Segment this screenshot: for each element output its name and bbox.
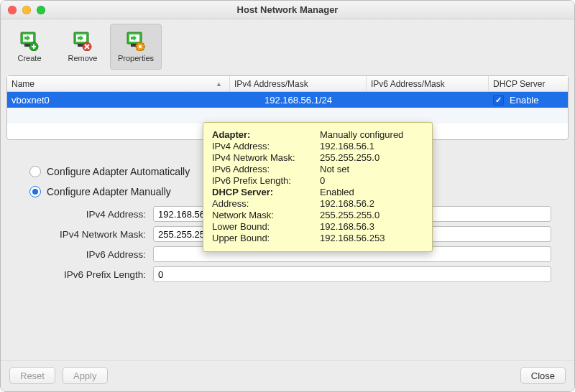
toolbar: Create Remove: [1, 19, 574, 73]
tt-key: IPv4 Address:: [212, 141, 320, 151]
radio-manual-label: Configure Adapter Manually: [47, 186, 171, 197]
ipv4-mask-label: IPv4 Network Mask:: [24, 229, 153, 240]
bottom-bar: Reset Apply Close: [1, 360, 574, 391]
radio-on-icon: [29, 186, 41, 197]
ipv4-address-label: IPv4 Address:: [24, 209, 153, 220]
tt-val: 255.255.255.0: [320, 210, 423, 220]
col-header-name[interactable]: Name ▲: [7, 76, 230, 91]
ipv6-address-label: IPv6 Address:: [24, 249, 153, 260]
create-button[interactable]: Create: [4, 24, 55, 70]
remove-label: Remove: [68, 54, 98, 62]
tt-key: Address:: [212, 198, 320, 209]
properties-label: Properties: [118, 54, 154, 62]
radio-auto-label: Configure Adapter Automatically: [47, 166, 190, 177]
adapter-tooltip: Adapter:Manually configured IPv4 Address…: [203, 122, 433, 252]
ipv6-prefix-length-label: IPv6 Prefix Length:: [24, 269, 153, 280]
tt-val: 0: [320, 175, 423, 186]
row-ipv6: [367, 92, 489, 108]
tt-val: Manually configured: [320, 129, 423, 140]
tt-val: 192.168.56.253: [320, 233, 423, 243]
col-header-ipv4[interactable]: IPv4 Address/Mask: [230, 76, 367, 91]
table-row[interactable]: vboxnet0 192.168.56.1/24 ✓ Enable: [7, 92, 568, 108]
tt-key: IPv6 Prefix Length:: [212, 175, 320, 186]
svg-point-12: [139, 45, 142, 48]
tt-val: 192.168.56.1: [320, 141, 423, 151]
col-header-name-label: Name: [12, 79, 34, 89]
window-title: Host Network Manager: [1, 4, 574, 15]
tt-key: Network Mask:: [212, 210, 320, 220]
network-adapter-add-icon: [18, 31, 41, 51]
tt-key: IPv6 Address:: [212, 164, 320, 174]
apply-button[interactable]: Apply: [63, 367, 108, 384]
ipv6-prefix-length-input[interactable]: [153, 266, 551, 282]
remove-button[interactable]: Remove: [57, 24, 109, 70]
tt-key: Lower Bound:: [212, 221, 320, 232]
col-header-ipv6[interactable]: IPv6 Address/Mask: [367, 76, 489, 91]
col-header-dhcp[interactable]: DHCP Server: [489, 76, 568, 91]
tt-val: 255.255.255.0: [320, 152, 423, 163]
dhcp-checkbox-icon[interactable]: ✓: [493, 95, 504, 106]
close-button[interactable]: Close: [520, 367, 566, 384]
tt-val: Not set: [320, 164, 423, 174]
dhcp-enable-label: Enable: [510, 95, 538, 106]
row-dhcp: ✓ Enable: [489, 92, 568, 108]
table-header: Name ▲ IPv4 Address/Mask IPv6 Address/Ma…: [7, 76, 568, 92]
reset-button[interactable]: Reset: [9, 367, 55, 384]
titlebar: Host Network Manager: [1, 1, 574, 19]
row-name: vboxnet0: [7, 92, 230, 108]
sort-ascending-icon: ▲: [216, 80, 225, 88]
tt-key: Adapter:: [212, 129, 320, 140]
tt-val: 192.168.56.3: [320, 221, 423, 232]
tt-val: 192.168.56.2: [320, 198, 423, 209]
tt-key: DHCP Server:: [212, 187, 320, 197]
row-ipv4: 192.168.56.1/24: [230, 92, 367, 108]
properties-button[interactable]: Properties: [110, 24, 162, 70]
network-adapter-properties-icon: [124, 31, 147, 51]
table-row-empty: [7, 108, 568, 123]
network-adapter-remove-icon: [71, 31, 94, 51]
tt-key: Upper Bound:: [212, 233, 320, 243]
tt-key: IPv4 Network Mask:: [212, 152, 320, 163]
tt-val: Enabled: [320, 187, 423, 197]
create-label: Create: [17, 54, 41, 62]
radio-off-icon: [29, 166, 41, 177]
